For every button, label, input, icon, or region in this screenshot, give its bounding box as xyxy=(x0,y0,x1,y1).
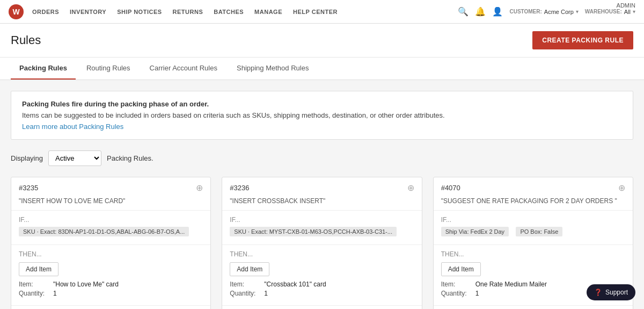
drag-handle-icon-4070[interactable]: ⊕ xyxy=(618,183,625,193)
card-name-4070: "SUGGEST ONE RATE PACKAGING FOR 2 DAY OR… xyxy=(434,197,633,211)
condition-tag-4070-1: PO Box: False xyxy=(516,227,562,236)
if-label-4070: IF... xyxy=(441,216,625,224)
if-label-3236: IF... xyxy=(230,216,414,224)
customer-value: Acme Corp xyxy=(544,9,574,15)
nav-manage[interactable]: MANAGE xyxy=(254,1,282,23)
admin-label: ADMIN xyxy=(617,2,635,9)
card-id-4070: #4070 xyxy=(441,184,460,192)
condition-tag-4070-0: Ship Via: FedEx 2 Day xyxy=(441,227,509,236)
item-val-3236: "Crossback 101" card xyxy=(264,281,326,288)
filter-label: Displaying xyxy=(11,154,43,162)
item-key-3235: Item: xyxy=(19,281,51,288)
info-title: Packing Rules fire during the packing ph… xyxy=(22,100,622,108)
card-name-3235: "INSERT HOW TO LOVE ME CARD" xyxy=(11,197,210,211)
bell-icon[interactable]: 🔔 xyxy=(475,6,486,17)
info-link[interactable]: Learn more about Packing Rules xyxy=(22,123,123,131)
search-icon[interactable]: 🔍 xyxy=(458,6,469,17)
quantity-row-3235: Quantity: 1 xyxy=(19,290,203,297)
customer-arrow-icon[interactable]: ▾ xyxy=(576,9,579,15)
item-val-4070: One Rate Medium Mailer xyxy=(475,281,547,288)
filter-select[interactable]: Active Inactive All xyxy=(48,150,101,166)
warehouse-group: WAREHOUSE: All ▾ xyxy=(585,9,635,15)
if-section-3235: IF... SKU · Exact: 83DN-AP1-01-D1-OS,ABA… xyxy=(11,211,210,245)
item-key-3236: Item: xyxy=(230,281,262,288)
user-icon[interactable]: 👤 xyxy=(492,6,503,17)
nav-right: 🔍 🔔 👤 CUSTOMER: Acme Corp ▾ WAREHOUSE: A… xyxy=(458,6,635,17)
app-logo[interactable]: W xyxy=(9,4,24,19)
nav-help-center[interactable]: HELP CENTER xyxy=(293,1,338,23)
card-header-3236: #3236 ⊕ xyxy=(222,177,421,197)
condition-tag-3236: SKU · Exact: MYST-CXB-01-M63-OS,PCCH-AXB… xyxy=(230,227,397,236)
top-nav: W ORDERS INVENTORY SHIP NOTICES RETURNS … xyxy=(0,0,644,24)
tab-shipping-method-rules[interactable]: Shipping Method Rules xyxy=(228,58,317,80)
support-button[interactable]: ❓ Support xyxy=(587,284,635,300)
item-row-key-3236: Item: "Crossback 101" card xyxy=(230,281,414,288)
then-section-3235: THEN... Add Item Item: "How to Love Me" … xyxy=(11,245,210,302)
page-content: Packing Rules fire during the packing ph… xyxy=(0,80,644,309)
item-key-4070: Item: xyxy=(441,281,473,288)
add-item-button-3236[interactable]: Add Item xyxy=(230,262,269,276)
then-label-3236: THEN... xyxy=(230,250,414,258)
quantity-key-3236: Quantity: xyxy=(230,290,262,297)
nav-inventory[interactable]: INVENTORY xyxy=(70,1,106,23)
tab-packing-rules[interactable]: Packing Rules xyxy=(11,58,76,80)
card-id-3235: #3235 xyxy=(19,184,38,192)
drag-handle-icon-3236[interactable]: ⊕ xyxy=(407,183,414,193)
nav-links: ORDERS INVENTORY SHIP NOTICES RETURNS BA… xyxy=(32,1,458,23)
customer-group: CUSTOMER: Acme Corp ▾ xyxy=(509,9,578,15)
warehouse-arrow-icon[interactable]: ▾ xyxy=(633,9,635,15)
card-footer-4070: E... ··· xyxy=(434,305,633,309)
quantity-val-3236: 1 xyxy=(264,290,268,297)
then-section-3236: THEN... Add Item Item: "Crossback 101" c… xyxy=(222,245,421,302)
item-row-key-3235: Item: "How to Love Me" card xyxy=(19,281,203,288)
if-label-3235: IF... xyxy=(19,216,203,224)
nav-orders[interactable]: ORDERS xyxy=(32,1,59,23)
quantity-key-3235: Quantity: xyxy=(19,290,51,297)
then-label-4070: THEN... xyxy=(441,250,625,258)
customer-warehouse: CUSTOMER: Acme Corp ▾ WAREHOUSE: All ▾ xyxy=(509,9,635,15)
warehouse-value: All xyxy=(624,9,631,15)
create-packing-rule-button[interactable]: CREATE PACKING RULE xyxy=(532,31,633,49)
customer-label: CUSTOMER: xyxy=(509,9,541,15)
warehouse-label: WAREHOUSE: xyxy=(585,9,622,15)
packing-rule-card-3236: #3236 ⊕ "INSERT CROSSBACK INSERT" IF... … xyxy=(222,177,422,309)
info-text: Items can be suggested to be included in… xyxy=(22,111,622,119)
card-footer-3235: EDIT ··· xyxy=(11,305,210,309)
item-val-3235: "How to Love Me" card xyxy=(53,281,119,288)
card-footer-3236: EDIT ··· xyxy=(222,305,421,309)
then-label-3235: THEN... xyxy=(19,250,203,258)
add-item-button-4070[interactable]: Add Item xyxy=(441,262,481,276)
card-name-3236: "INSERT CROSSBACK INSERT" xyxy=(222,197,421,211)
card-id-3236: #3236 xyxy=(230,184,249,192)
page-title: Rules xyxy=(11,33,41,47)
nav-ship-notices[interactable]: SHIP NOTICES xyxy=(117,1,162,23)
nav-batches[interactable]: BATCHES xyxy=(214,1,244,23)
if-section-3236: IF... SKU · Exact: MYST-CXB-01-M63-OS,PC… xyxy=(222,211,421,245)
packing-rule-card-3235: #3235 ⊕ "INSERT HOW TO LOVE ME CARD" IF.… xyxy=(11,177,211,309)
quantity-val-4070: 1 xyxy=(475,290,479,297)
tab-carrier-account-rules[interactable]: Carrier Account Rules xyxy=(141,58,226,80)
cards-grid: #3235 ⊕ "INSERT HOW TO LOVE ME CARD" IF.… xyxy=(11,177,633,309)
add-item-button-3235[interactable]: Add Item xyxy=(19,262,58,276)
condition-tag-3235: SKU · Exact: 83DN-AP1-01-D1-OS,ABAL-ABG-… xyxy=(19,227,189,236)
card-header-3235: #3235 ⊕ xyxy=(11,177,210,197)
tabs-bar: Packing Rules Routing Rules Carrier Acco… xyxy=(0,58,644,80)
drag-handle-icon-3235[interactable]: ⊕ xyxy=(196,183,203,193)
support-icon: ❓ xyxy=(594,289,602,296)
nav-returns[interactable]: RETURNS xyxy=(173,1,203,23)
quantity-val-3235: 1 xyxy=(53,290,57,297)
card-header-4070: #4070 ⊕ xyxy=(434,177,633,197)
support-label: Support xyxy=(605,289,628,296)
filter-suffix: Packing Rules. xyxy=(107,154,153,162)
page-header: Rules CREATE PACKING RULE xyxy=(0,24,644,58)
if-section-4070: IF... Ship Via: FedEx 2 Day PO Box: Fals… xyxy=(434,211,633,245)
info-box: Packing Rules fire during the packing ph… xyxy=(11,91,633,140)
quantity-key-4070: Quantity: xyxy=(441,290,473,297)
filter-row: Displaying Active Inactive All Packing R… xyxy=(11,150,633,166)
tab-routing-rules[interactable]: Routing Rules xyxy=(78,58,139,80)
quantity-row-3236: Quantity: 1 xyxy=(230,290,414,297)
